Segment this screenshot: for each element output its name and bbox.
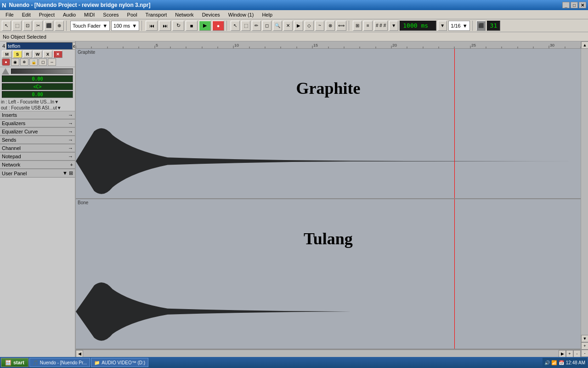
snap-button[interactable]: ⊞ xyxy=(353,21,362,31)
vertical-scroll-track[interactable] xyxy=(581,49,588,335)
range-tool[interactable]: ⬚ xyxy=(241,21,250,31)
menu-window[interactable]: Window (1) xyxy=(225,11,258,18)
taskbar-audio-video[interactable]: 📁 AUDIO VIDEO™ (D:) xyxy=(91,358,148,367)
mute-button[interactable]: M xyxy=(2,51,12,58)
color-tool[interactable]: ◇ xyxy=(305,21,314,31)
grid-type-dropdown[interactable]: 1/16 ▼ xyxy=(448,21,469,31)
zoom-in-h-button[interactable]: + xyxy=(566,350,573,357)
solo-button[interactable]: S xyxy=(13,51,22,58)
arrow-btn[interactable]: ↔ xyxy=(48,58,56,66)
zoom-in-v-button[interactable]: + xyxy=(581,342,588,350)
right-scrollbar[interactable]: ▲ ▼ + - xyxy=(581,41,588,357)
tool-split[interactable]: ✂ xyxy=(34,21,43,31)
erase-tool[interactable]: ◻ xyxy=(262,21,271,31)
track-bone-label: Bone xyxy=(78,200,88,205)
stop-button[interactable]: ■ xyxy=(186,21,198,31)
scratch-tool[interactable]: ⊗ xyxy=(326,21,335,31)
record-button[interactable]: ● xyxy=(212,21,224,31)
freeze-btn[interactable]: ❄ xyxy=(20,58,28,66)
waveform-bone xyxy=(76,274,581,349)
track-name-input[interactable] xyxy=(6,42,73,50)
fader-bar[interactable] xyxy=(11,69,73,74)
taskbar-nuendo[interactable]: 🎵 Nuendo - [Nuendo Pr... xyxy=(29,358,90,367)
menu-transport[interactable]: Transport xyxy=(142,11,171,18)
time-warp-tool[interactable]: ~ xyxy=(315,21,324,31)
menu-project[interactable]: Project xyxy=(35,11,58,18)
zoom-out-h-button[interactable]: - xyxy=(573,350,581,357)
calendar-icon: 📅 xyxy=(559,360,564,365)
menu-file[interactable]: File xyxy=(2,11,17,18)
rewind-button[interactable]: ⏮ xyxy=(146,21,158,31)
scroll-left-button[interactable]: ◀ xyxy=(76,350,83,357)
touch-fader-dropdown[interactable]: Touch Fader ▼ xyxy=(70,21,110,31)
track-header: 4 e M S R W X ✕ ● ◉ ❄ 🔒 ◻ ↔ xyxy=(0,41,75,67)
color-picker-btn[interactable]: ⬛ xyxy=(476,21,486,31)
loop-button[interactable]: ↻ xyxy=(172,21,184,31)
taskbar-audio-video-label: AUDIO VIDEO™ (D:) xyxy=(102,360,145,365)
time-dropdown[interactable]: 100 ms ▼ xyxy=(111,21,139,31)
tool-arrow[interactable]: ↖ xyxy=(2,21,11,31)
close-button[interactable]: ✕ xyxy=(579,2,586,8)
horizontal-scroll-track[interactable] xyxy=(83,350,559,357)
user-panel-section[interactable]: User Panel ▼ ⊞ xyxy=(0,169,75,178)
tool-glue[interactable]: ⬛ xyxy=(44,21,53,31)
bottom-scrollbar[interactable]: ◀ ▶ + - xyxy=(76,350,581,357)
title-bar: N Nuendo - [Nuendo Project - review brid… xyxy=(0,0,588,10)
zoom-tool2[interactable]: 🔍 xyxy=(273,21,282,31)
menu-audio[interactable]: Audio xyxy=(59,11,79,18)
network-arrow: + xyxy=(70,162,73,167)
taskbar: 🪟 start 🎵 Nuendo - [Nuendo Pr... 📁 AUDIO… xyxy=(0,357,588,368)
minimize-button[interactable]: _ xyxy=(562,2,570,8)
inserts-section[interactable]: Inserts → xyxy=(0,111,75,119)
channel-section[interactable]: Channel → xyxy=(0,144,75,152)
zoom-out-v-button[interactable]: - xyxy=(581,350,588,357)
play-tool[interactable]: ▶ xyxy=(294,21,303,31)
output-label[interactable]: out : Focusrite USB ASI...ut▼ xyxy=(0,105,75,111)
sends-section[interactable]: Sends → xyxy=(0,136,75,144)
maximize-button[interactable]: □ xyxy=(571,2,578,8)
network-section[interactable]: Network + xyxy=(0,161,75,169)
track-edit-button[interactable]: e xyxy=(73,42,76,50)
monitor-btn[interactable]: ◉ xyxy=(11,58,19,66)
time-position-display[interactable]: 1000 ms xyxy=(400,21,436,31)
hash-btn[interactable]: # # # xyxy=(374,21,388,31)
tool-zoom[interactable]: ⊕ xyxy=(55,21,64,31)
notepad-label: Notepad xyxy=(2,154,21,159)
menu-network[interactable]: Network xyxy=(171,11,197,18)
stretch-tool[interactable]: ⟺ xyxy=(336,21,346,31)
tempo-display[interactable]: 31 xyxy=(487,21,501,31)
snap2-button[interactable]: ≡ xyxy=(363,21,373,31)
menu-help[interactable]: Help xyxy=(258,11,276,18)
delete-button[interactable]: ✕ xyxy=(53,51,62,58)
lock-btn[interactable]: 🔒 xyxy=(29,58,38,66)
track-graphite-label: Graphite xyxy=(78,50,95,55)
tool-select[interactable]: ⬚ xyxy=(12,21,22,31)
tool-range[interactable]: ⊡ xyxy=(23,21,32,31)
hash-arr[interactable]: ▼ xyxy=(389,21,398,31)
menu-pool[interactable]: Pool xyxy=(124,11,141,18)
menu-midi[interactable]: MIDI xyxy=(80,11,98,18)
menu-edit[interactable]: Edit xyxy=(18,11,34,18)
input-label[interactable]: in : Left - Focusrite US...In▼ xyxy=(0,99,75,105)
scroll-right-button[interactable]: ▶ xyxy=(559,350,566,357)
fast-forward-button[interactable]: ⏭ xyxy=(159,21,171,31)
title-bar-controls[interactable]: _ □ ✕ xyxy=(562,2,586,8)
mute-tool[interactable]: ✕ xyxy=(283,21,293,31)
extra-button[interactable]: X xyxy=(43,51,52,58)
draw-tool[interactable]: ✏ xyxy=(252,21,261,31)
write-button[interactable]: W xyxy=(33,51,42,58)
scroll-down-button[interactable]: ▼ xyxy=(581,335,588,342)
menu-devices[interactable]: Devices xyxy=(198,11,224,18)
play-button[interactable]: ▶ xyxy=(199,21,211,31)
equalizers-section[interactable]: Equalizers → xyxy=(0,119,75,127)
time-mode-btn[interactable]: ▼ xyxy=(438,21,447,31)
menu-scores[interactable]: Scores xyxy=(99,11,122,18)
notepad-section[interactable]: Notepad → xyxy=(0,152,75,161)
read-button[interactable]: R xyxy=(23,51,32,58)
scroll-up-button[interactable]: ▲ xyxy=(581,41,588,49)
cursor-tool[interactable]: ↖ xyxy=(231,21,240,31)
show-btn[interactable]: ◻ xyxy=(39,58,47,66)
start-button[interactable]: 🪟 start xyxy=(1,358,28,367)
record-arm-btn[interactable]: ● xyxy=(2,58,10,66)
equalizer-curve-section[interactable]: Equalizer Curve → xyxy=(0,127,75,136)
